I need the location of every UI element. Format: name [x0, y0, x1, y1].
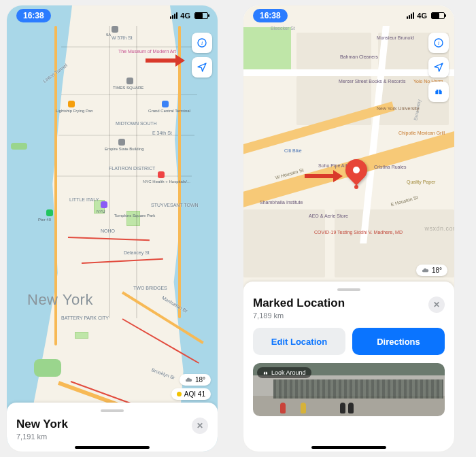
road: [61, 94, 197, 95]
look-around-preview[interactable]: Look Around: [253, 363, 445, 416]
status-right: 4G: [407, 12, 445, 20]
close-button[interactable]: ✕: [428, 297, 445, 313]
close-icon: ✕: [197, 421, 203, 430]
label-two-bridges: TWO BRIDGES: [133, 286, 167, 290]
status-time: 16:38: [253, 9, 288, 22]
label-shambhalla[interactable]: Shambhalla Institute: [260, 200, 298, 205]
label-quality[interactable]: Quality Paper: [407, 180, 441, 184]
road: [136, 26, 137, 318]
look-around-label: Look Around: [271, 369, 306, 376]
label-esb: Empire State Building: [105, 147, 144, 151]
governors-island: [34, 359, 61, 377]
label-e34: E 34th St: [152, 131, 172, 135]
fdr-drive: [178, 26, 181, 318]
sheet-grabber[interactable]: [337, 288, 360, 291]
label-midtownsouth: MIDTOWN SOUTH: [116, 121, 157, 126]
label-stuy: STUYVESANT TOWN: [151, 203, 199, 207]
dropped-pin[interactable]: [345, 159, 367, 189]
cloud-icon: [422, 267, 429, 274]
status-right: 4G: [170, 12, 208, 20]
binoculars-icon: [433, 86, 444, 97]
label-covid[interactable]: COVID-19 Testing Siddhi V. Madhere, MD: [314, 230, 396, 235]
label-chipotle[interactable]: Chipotle Mexican Grill: [398, 131, 439, 135]
location-arrow-icon: [433, 62, 444, 73]
traffic-line: [82, 258, 163, 264]
cloud-icon: [185, 376, 192, 384]
carrier-label: 4G: [417, 12, 427, 20]
sheet-grabber[interactable]: [101, 409, 124, 412]
map-controls: i: [428, 33, 449, 102]
poi-times-sq[interactable]: [126, 78, 133, 84]
label-cristina[interactable]: Cristina Ruales: [374, 165, 406, 169]
poi-frying-pan[interactable]: [68, 101, 75, 107]
label-tompkins: Tompkins Square Park: [114, 214, 155, 218]
binoculars-icon: [262, 370, 269, 376]
watermark: wsxdn.com: [424, 225, 454, 232]
btn-label: Directions: [377, 337, 420, 347]
road: [58, 135, 194, 136]
poi[interactable]: [112, 26, 118, 33]
bleecker-st: [243, 69, 454, 76]
label-w57: W 57th St: [112, 35, 133, 40]
weather-pill[interactable]: 18°: [180, 374, 211, 386]
label-battery: BATTERY PARK CITY: [61, 316, 109, 320]
info-icon: i: [433, 37, 444, 48]
locate-button[interactable]: [428, 57, 449, 78]
block: [243, 209, 325, 277]
sheet-distance: 7,189 km: [253, 311, 345, 320]
status-time: 16:38: [16, 9, 51, 22]
battery-green: [75, 332, 88, 339]
label-aeo[interactable]: AEO & Aerie Store: [309, 214, 350, 218]
signal-icon: [170, 12, 177, 19]
label-nyu2[interactable]: New York University: [377, 106, 418, 111]
label-pier40: Pier 40: [38, 218, 51, 222]
info-button[interactable]: i: [428, 33, 449, 53]
poi-esb[interactable]: [118, 139, 125, 146]
home-indicator[interactable]: [311, 446, 386, 449]
label-bbclean[interactable]: Bahman Cleaners: [340, 54, 378, 59]
signal-icon: [407, 12, 414, 19]
label-mercer[interactable]: Mercer Street Books & Records: [339, 79, 386, 84]
location-arrow-icon: [197, 62, 207, 73]
label-gct: Grand Central Terminal: [148, 109, 190, 113]
sheet-distance: 7,191 km: [16, 433, 68, 441]
poi-nyu[interactable]: [101, 201, 107, 208]
label-fryingpan: Lightship Frying Pan: [56, 109, 93, 113]
battery-icon: [194, 12, 208, 19]
label-brooklyn-br: Brooklyn Br: [151, 367, 175, 380]
label-times-sq: TIMES SQUARE: [113, 86, 143, 90]
label-houston-e: E Houston St: [390, 194, 419, 207]
map-canvas[interactable]: W 57th St The Museum of Modern Art 9A Li…: [7, 5, 218, 452]
directions-button[interactable]: Directions: [352, 328, 445, 355]
look-around-chip: Look Around: [257, 367, 311, 378]
road: [61, 46, 197, 48]
label-delancey: Delancey St: [124, 250, 150, 255]
pin-icon: [341, 154, 371, 185]
info-button[interactable]: i: [192, 33, 212, 53]
bottom-sheet[interactable]: Marked Location 7,189 km ✕ Edit Location…: [243, 282, 454, 452]
home-indicator[interactable]: [75, 446, 150, 449]
label-nychealth: NYC Health + Hospitals/...: [143, 180, 184, 184]
locate-button[interactable]: [192, 57, 212, 78]
poi-nyc-health[interactable]: [158, 171, 165, 178]
poi-grand-central[interactable]: [162, 101, 169, 107]
close-button[interactable]: ✕: [192, 418, 208, 434]
label-noho: NOHO: [101, 228, 115, 233]
poi-pier40[interactable]: [46, 209, 53, 216]
label-citibike[interactable]: Citi Bike: [284, 148, 302, 153]
edit-location-button[interactable]: Edit Location: [253, 328, 345, 355]
road: [109, 26, 110, 318]
weather-temp: 18°: [195, 376, 205, 384]
sheet-title: New York: [16, 418, 68, 431]
green-space: [11, 143, 27, 150]
battery-icon: [431, 12, 445, 19]
label-brunold[interactable]: Monsieur Brunold: [377, 35, 414, 40]
bottom-sheet[interactable]: New York 7,191 km ✕: [7, 403, 218, 452]
status-bar: 16:38 4G: [243, 5, 454, 26]
aqi-pill[interactable]: AQI 41: [171, 388, 211, 400]
block: [296, 33, 371, 69]
phone-screenshot-right: Bleecker St Broadway W Houston St E Hous…: [243, 5, 454, 452]
weather-pill[interactable]: 18°: [416, 265, 447, 276]
binoculars-button[interactable]: [428, 82, 449, 102]
weather-temp: 18°: [432, 267, 442, 274]
